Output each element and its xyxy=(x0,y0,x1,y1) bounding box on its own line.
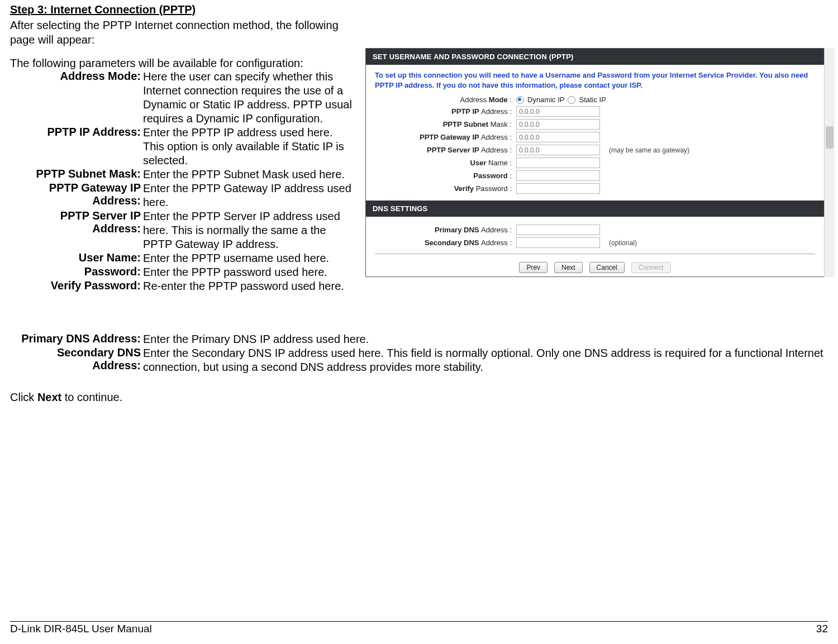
continue-pre: Click xyxy=(10,391,37,403)
page-number: 32 xyxy=(816,623,828,635)
params-lead: The following parameters will be availab… xyxy=(10,57,352,70)
param-desc: Enter the PPTP Gateway IP address used h… xyxy=(143,182,352,209)
label-bold: Password xyxy=(473,171,507,180)
param-row: Password: Enter the PPTP password used h… xyxy=(10,265,352,279)
label-text: Mask : xyxy=(491,120,512,128)
label-colon: : xyxy=(508,96,512,104)
param-label: Primary DNS Address: xyxy=(10,332,143,346)
param-desc: Enter the PPTP Subnet Mask used here. xyxy=(143,168,352,182)
row-primary-dns: Primary DNS Address : xyxy=(375,225,815,235)
srv-hint: (may be same as gateway) xyxy=(609,146,689,154)
radio-dynamic-ip[interactable] xyxy=(516,96,524,104)
param-row: PPTP Subnet Mask: Enter the PPTP Subnet … xyxy=(10,168,352,182)
password-input[interactable] xyxy=(516,170,600,181)
scrollbar[interactable] xyxy=(824,48,835,277)
label-text: Address : xyxy=(481,133,512,141)
pptp-gw-input[interactable] xyxy=(516,132,600,142)
param-label: Secondary DNS Address: xyxy=(10,346,143,374)
label-bold: Primary DNS xyxy=(435,226,481,234)
row-pptp-mask: PPTP Subnet Mask : xyxy=(375,119,815,130)
param-row: PPTP Gateway IP Address: Enter the PPTP … xyxy=(10,182,352,209)
pptp-srv-input[interactable] xyxy=(516,145,600,155)
param-label: PPTP Gateway IP Address: xyxy=(10,182,143,209)
row-password: Password : xyxy=(375,170,815,181)
row-username: User Name : xyxy=(375,158,815,168)
row-pptp-gw: PPTP Gateway IP Address : xyxy=(375,132,815,142)
row-secondary-dns: Secondary DNS Address : (optional) xyxy=(375,237,815,248)
row-address-mode: Address Mode : Dynamic IP Static IP xyxy=(375,96,815,104)
param-row: Secondary DNS Address: Enter the Seconda… xyxy=(10,346,828,374)
param-label: Verify Password: xyxy=(10,279,143,293)
panel-header-pptp: SET USERNAME AND PASSWORD CONNECTION (PP… xyxy=(366,49,824,65)
param-desc: Enter the PPTP IP address used here. Thi… xyxy=(143,126,352,168)
label-text: Address : xyxy=(481,226,512,234)
panel-intro: To set up this connection you will need … xyxy=(375,70,815,90)
username-input[interactable] xyxy=(516,158,600,168)
step-heading: Step 3: Internet Connection (PPTP) xyxy=(10,3,828,16)
radio-static-ip[interactable] xyxy=(568,96,575,104)
primary-dns-input[interactable] xyxy=(516,225,600,235)
row-verify-password: Verify Password : xyxy=(375,183,815,194)
label-bold: Secondary DNS xyxy=(425,238,481,247)
label-bold: Mode xyxy=(489,96,508,104)
label-bold: PPTP Subnet xyxy=(443,120,491,128)
continue-post: to continue. xyxy=(61,391,122,403)
param-row: PPTP IP Address: Enter the PPTP IP addre… xyxy=(10,126,352,168)
param-desc: Enter the PPTP password used here. xyxy=(143,265,352,279)
config-screenshot: SET USERNAME AND PASSWORD CONNECTION (PP… xyxy=(365,48,835,277)
label-text: Address : xyxy=(481,238,512,247)
param-desc: Here the user can specify whether this I… xyxy=(143,70,352,126)
page-footer: D-Link DIR-845L User Manual 32 xyxy=(10,621,828,635)
label-bold: Verify xyxy=(454,184,476,193)
footer-left: D-Link DIR-845L User Manual xyxy=(10,623,152,635)
continue-text: Click Next to continue. xyxy=(10,391,828,404)
param-desc: Enter the Primary DNS IP address used he… xyxy=(143,332,828,346)
param-desc: Re-enter the PPTP password used here. xyxy=(143,279,352,293)
param-row: Primary DNS Address: Enter the Primary D… xyxy=(10,332,828,346)
param-desc: Enter the PPTP Server IP address used he… xyxy=(143,209,352,251)
param-desc: Enter the Secondary DNS IP address used … xyxy=(143,346,828,374)
param-row: User Name: Enter the PPTP username used … xyxy=(10,251,352,265)
button-row: Prev Next Cancel Connect xyxy=(375,254,815,276)
row-pptp-ip: PPTP IP Address : xyxy=(375,106,815,117)
param-row: Address Mode: Here the user can specify … xyxy=(10,70,352,126)
secondary-dns-input[interactable] xyxy=(516,237,600,248)
param-row: PPTP Server IP Address: Enter the PPTP S… xyxy=(10,209,352,251)
next-button[interactable]: Next xyxy=(554,262,583,273)
cancel-button[interactable]: Cancel xyxy=(589,262,625,273)
label-text: Password : xyxy=(476,184,512,193)
radio-label-static: Static IP xyxy=(579,96,606,104)
param-row: Verify Password: Re-enter the PPTP passw… xyxy=(10,279,352,293)
continue-bold: Next xyxy=(37,391,61,403)
label-text: Address : xyxy=(481,107,512,116)
intro-text: After selecting the PPTP Internet connec… xyxy=(10,18,345,47)
connect-button[interactable]: Connect xyxy=(631,262,671,273)
pptp-mask-input[interactable] xyxy=(516,119,600,130)
label-bold: PPTP IP xyxy=(451,107,481,116)
param-label: User Name: xyxy=(10,251,143,265)
label-colon: : xyxy=(508,171,512,180)
label-bold: PPTP Server IP xyxy=(427,146,481,154)
param-desc: Enter the PPTP username used here. xyxy=(143,251,352,265)
label-text: Name : xyxy=(488,159,512,167)
param-label: Password: xyxy=(10,265,143,279)
secondary-dns-hint: (optional) xyxy=(609,239,637,247)
verify-password-input[interactable] xyxy=(516,183,600,194)
label-text: Address : xyxy=(481,146,512,154)
prev-button[interactable]: Prev xyxy=(519,262,547,273)
panel-header-dns: DNS SETTINGS xyxy=(366,201,824,217)
param-label: Address Mode: xyxy=(10,70,143,126)
row-pptp-srv: PPTP Server IP Address : (may be same as… xyxy=(375,145,815,155)
label-bold: User xyxy=(470,159,489,167)
param-label: PPTP Server IP Address: xyxy=(10,209,143,251)
param-label: PPTP Subnet Mask: xyxy=(10,168,143,182)
radio-label-dynamic: Dynamic IP xyxy=(527,96,564,104)
label-bold: PPTP Gateway IP xyxy=(420,133,481,141)
pptp-ip-input[interactable] xyxy=(516,106,600,117)
label-text: Address xyxy=(460,96,489,104)
param-label: PPTP IP Address: xyxy=(10,126,143,168)
